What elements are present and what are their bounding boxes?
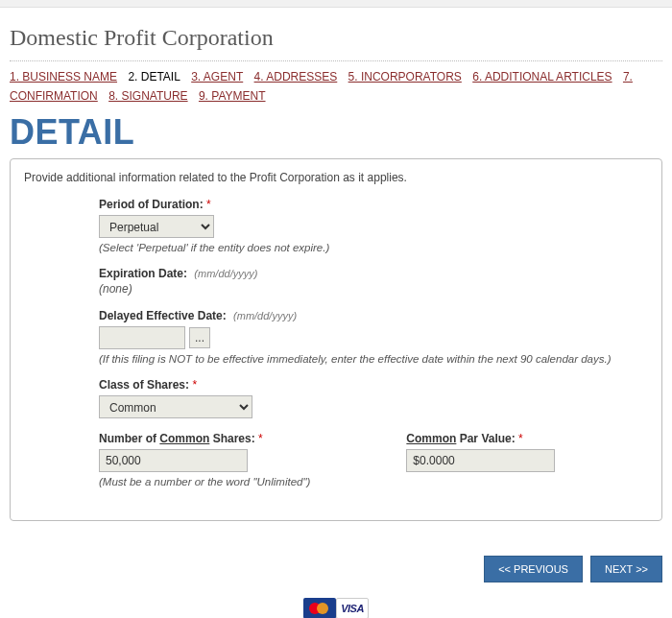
field-period: Period of Duration: * Perpetual (Select … [99, 198, 648, 253]
class-select[interactable]: Common [99, 395, 252, 418]
form-area: Period of Duration: * Perpetual (Select … [99, 198, 648, 501]
step-payment[interactable]: 9. PAYMENT [199, 89, 266, 103]
numshares-hint: (Must be a number or the word "Unlimited… [99, 476, 310, 487]
section-title: DETAIL [10, 112, 662, 153]
field-class-shares: Class of Shares: * Common [99, 378, 648, 418]
delayed-hint: (If this filing is NOT to be effective i… [99, 353, 648, 365]
period-label: Period of Duration: [99, 198, 204, 211]
date-picker-button[interactable]: ... [189, 327, 210, 348]
expiration-label: Expiration Date: [99, 267, 187, 280]
field-expiration: Expiration Date: (mm/dd/yyyy) (none) [99, 267, 648, 296]
field-par-value: Common Par Value: * [406, 432, 555, 487]
period-select[interactable]: Perpetual [99, 215, 214, 238]
next-button[interactable]: NEXT >> [590, 556, 662, 582]
separator [10, 60, 662, 61]
numshares-input[interactable] [99, 449, 248, 472]
step-agent[interactable]: 3. AGENT [191, 70, 243, 83]
mastercard-icon [303, 598, 336, 618]
page-title: Domestic Profit Corporation [10, 25, 662, 51]
top-bar [0, 0, 672, 8]
period-hint: (Select 'Perpetual' if the entity does n… [99, 242, 648, 253]
form-panel: Provide additional information related t… [10, 158, 662, 521]
field-delayed: Delayed Effective Date: (mm/dd/yyyy) ...… [99, 309, 648, 365]
main-container: Domestic Profit Corporation 1. BUSINESS … [0, 25, 672, 618]
step-incorporators[interactable]: 5. INCORPORATORS [348, 70, 462, 83]
shares-row: Number of Common Shares: * (Must be a nu… [99, 432, 648, 501]
payment-cards: VISA [10, 598, 662, 618]
parvalue-label: Common Par Value: [406, 432, 518, 445]
delayed-date-input[interactable] [99, 326, 185, 349]
intro-text: Provide additional information related t… [24, 171, 648, 184]
previous-button[interactable]: << PREVIOUS [484, 556, 583, 582]
delayed-label: Delayed Effective Date: [99, 309, 227, 322]
expiration-value: (none) [99, 282, 648, 296]
class-label: Class of Shares: [99, 378, 189, 392]
required-marker: * [258, 432, 263, 445]
step-nav: 1. BUSINESS NAME 2. DETAIL 3. AGENT 4. A… [10, 67, 662, 107]
delayed-format: (mm/dd/yyyy) [233, 310, 297, 321]
step-additional-articles[interactable]: 6. ADDITIONAL ARTICLES [472, 70, 612, 83]
step-business-name[interactable]: 1. BUSINESS NAME [10, 70, 117, 83]
parvalue-input[interactable] [406, 449, 555, 472]
required-marker: * [518, 432, 523, 445]
numshares-label: Number of Common Shares: [99, 432, 258, 445]
required-marker: * [192, 378, 197, 392]
step-signature[interactable]: 8. SIGNATURE [108, 89, 187, 103]
visa-icon: VISA [336, 598, 369, 618]
step-detail-current: 2. DETAIL [128, 70, 180, 83]
step-addresses[interactable]: 4. ADDRESSES [254, 70, 338, 83]
nav-buttons: << PREVIOUS NEXT >> [10, 556, 662, 582]
expiration-format: (mm/dd/yyyy) [194, 268, 257, 279]
field-num-shares: Number of Common Shares: * (Must be a nu… [99, 432, 310, 487]
required-marker: * [206, 198, 211, 211]
